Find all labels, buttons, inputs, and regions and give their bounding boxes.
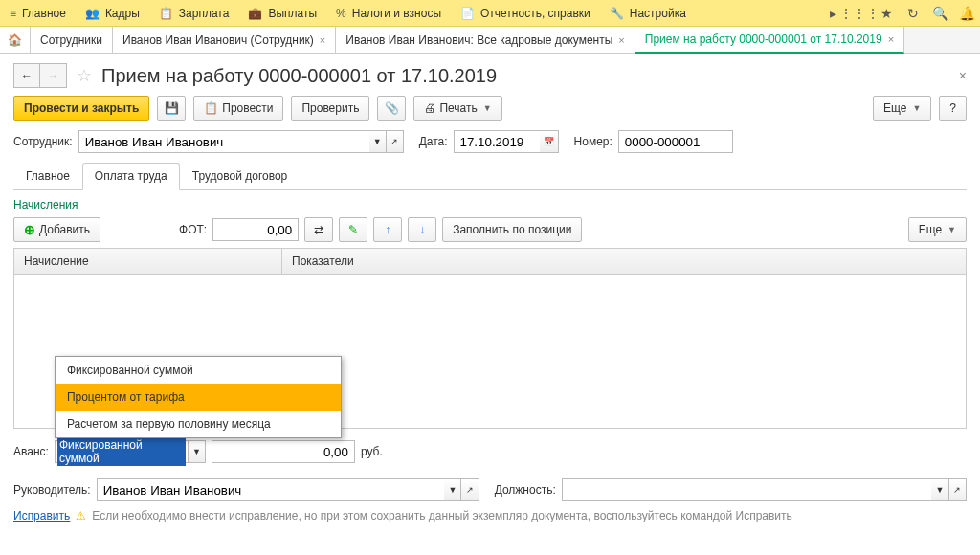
accruals-more-button[interactable]: Еще▼	[908, 217, 967, 242]
position-open[interactable]: ↗	[949, 478, 967, 501]
attach-button[interactable]: 📎	[377, 96, 406, 121]
nav-vyplaty[interactable]: 💼Выплаты	[238, 0, 326, 26]
report-icon: 📄	[460, 7, 475, 20]
calendar-icon: 📋	[159, 7, 173, 20]
avans-option-calc[interactable]: Расчетом за первую половину месяца	[56, 411, 341, 437]
tab-bar: 🏠 Сотрудники Иванов Иван Иванович (Сотру…	[0, 27, 980, 54]
manager-dropdown[interactable]: ▼	[444, 478, 461, 501]
col-nachislenie[interactable]: Начисление	[14, 249, 282, 274]
nav-settings[interactable]: 🔧Настройка	[600, 0, 696, 26]
avans-amount-field[interactable]	[212, 440, 355, 463]
home-tab[interactable]: 🏠	[0, 27, 31, 53]
employee-open[interactable]: ↗	[387, 130, 404, 153]
star-icon[interactable]: ★	[873, 0, 900, 26]
avans-dropdown-button[interactable]: ▼	[189, 440, 206, 463]
home-icon: 🏠	[8, 33, 22, 47]
move-up-button[interactable]: ↑	[373, 217, 402, 242]
clip-icon: 📎	[385, 101, 399, 115]
number-field[interactable]	[618, 130, 733, 153]
refresh-icon: ⇄	[314, 223, 323, 236]
page-content: ← → ☆ Прием на работу 0000-000001 от 17.…	[0, 54, 980, 532]
date-label: Дата:	[419, 135, 448, 148]
nav-main[interactable]: ≡Главное	[0, 0, 76, 26]
tab-priem[interactable]: Прием на работу 0000-000001 от 17.10.201…	[635, 27, 904, 54]
avans-select[interactable]: Фиксированной суммой	[55, 440, 189, 463]
post-button[interactable]: 📋Провести	[193, 96, 283, 121]
tab-ivanov-emp[interactable]: Иванов Иван Иванович (Сотрудник)×	[113, 27, 336, 53]
help-button[interactable]: ?	[939, 96, 967, 121]
avans-dropdown-menu: Фиксированной суммой Процентом от тарифа…	[55, 356, 342, 438]
fot-field[interactable]	[212, 218, 299, 241]
people-icon: 👥	[85, 7, 100, 20]
refresh-button[interactable]: ⇄	[304, 217, 333, 242]
subtab-salary[interactable]: Оплата труда	[82, 163, 180, 190]
apps-icon[interactable]: ⋮⋮⋮	[846, 0, 873, 26]
subtab-main[interactable]: Главное	[13, 163, 82, 189]
check-button[interactable]: Проверить	[291, 96, 369, 121]
nav-zarplata[interactable]: 📋Зарплата	[149, 0, 239, 26]
date-picker[interactable]: 📅	[540, 130, 559, 153]
avans-option-fixed[interactable]: Фиксированной суммой	[56, 357, 341, 384]
more-button[interactable]: Еще▼	[873, 96, 931, 121]
post-and-close-button[interactable]: Провести и закрыть	[13, 96, 149, 121]
accruals-heading: Начисления	[13, 198, 967, 211]
move-down-button[interactable]: ↓	[408, 217, 436, 242]
col-pokazateli[interactable]: Показатели	[282, 249, 966, 274]
close-icon[interactable]: ×	[888, 33, 894, 45]
manager-label: Руководитель:	[13, 483, 91, 497]
close-icon[interactable]: ×	[618, 34, 624, 46]
print-button[interactable]: 🖨Печать▼	[413, 96, 501, 121]
warning-icon: ⚠	[76, 509, 86, 522]
subtab-contract[interactable]: Трудовой договор	[180, 163, 300, 189]
page-title: Прием на работу 0000-000001 от 17.10.201…	[101, 65, 497, 87]
manager-open[interactable]: ↗	[461, 478, 479, 501]
employee-field[interactable]	[78, 130, 369, 153]
chevron-down-icon: ▼	[912, 103, 921, 113]
avans-option-percent[interactable]: Процентом от тарифа	[56, 384, 341, 411]
plus-icon: ⊕	[24, 222, 35, 237]
date-field[interactable]	[454, 130, 540, 153]
save-icon: 💾	[165, 101, 179, 115]
close-icon[interactable]: ×	[320, 34, 325, 46]
forward-button[interactable]: →	[40, 63, 67, 88]
sub-tabs: Главное Оплата труда Трудовой договор	[13, 163, 967, 190]
employee-dropdown[interactable]: ▼	[369, 130, 387, 153]
fill-by-position-button[interactable]: Заполнить по позиции	[442, 217, 582, 242]
back-button[interactable]: ←	[13, 63, 40, 88]
tab-sotrudniki[interactable]: Сотрудники	[31, 27, 113, 53]
main-toolbar: Провести и закрыть 💾 📋Провести Проверить…	[13, 96, 967, 121]
add-button[interactable]: ⊕Добавить	[13, 217, 100, 242]
nav-reports[interactable]: 📄Отчетность, справки	[451, 0, 600, 26]
favorite-icon[interactable]: ☆	[77, 65, 92, 86]
avans-currency: руб.	[361, 445, 383, 458]
chevron-down-icon: ▼	[483, 103, 492, 113]
save-button[interactable]: 💾	[157, 96, 186, 121]
nav-nalogi[interactable]: %Налоги и взносы	[326, 0, 451, 26]
post-icon: 📋	[204, 101, 218, 115]
tab-ivanov-docs[interactable]: Иванов Иван Иванович: Все кадровые докум…	[336, 27, 635, 53]
fot-label: ФОТ:	[179, 223, 207, 236]
search-icon[interactable]: 🔍	[926, 0, 953, 26]
edit-button[interactable]: ✎	[339, 217, 368, 242]
nav-kadry[interactable]: 👥Кадры	[76, 0, 149, 26]
arrow-down-icon: ↓	[419, 223, 425, 236]
employee-label: Сотрудник:	[13, 135, 73, 148]
top-nav: ≡Главное 👥Кадры 📋Зарплата 💼Выплаты %Нало…	[0, 0, 980, 27]
close-page-button[interactable]: ×	[959, 68, 967, 83]
position-label: Должность:	[495, 483, 556, 497]
avans-label: Аванс:	[13, 445, 49, 458]
wallet-icon: 💼	[248, 7, 262, 20]
pencil-icon: ✎	[348, 223, 358, 236]
number-label: Номер:	[574, 135, 612, 148]
print-icon: 🖨	[424, 101, 435, 115]
warning-text: Если необходимо внести исправление, но п…	[92, 509, 792, 522]
position-field[interactable]	[562, 478, 932, 501]
history-icon[interactable]: ↻	[900, 0, 926, 26]
menu-icon: ≡	[10, 7, 16, 20]
position-dropdown[interactable]: ▼	[931, 478, 948, 501]
percent-icon: %	[336, 7, 346, 20]
wrench-icon: 🔧	[610, 7, 624, 20]
manager-field[interactable]	[97, 478, 445, 501]
fix-link[interactable]: Исправить	[13, 509, 70, 522]
bell-icon[interactable]: 🔔	[953, 0, 980, 26]
